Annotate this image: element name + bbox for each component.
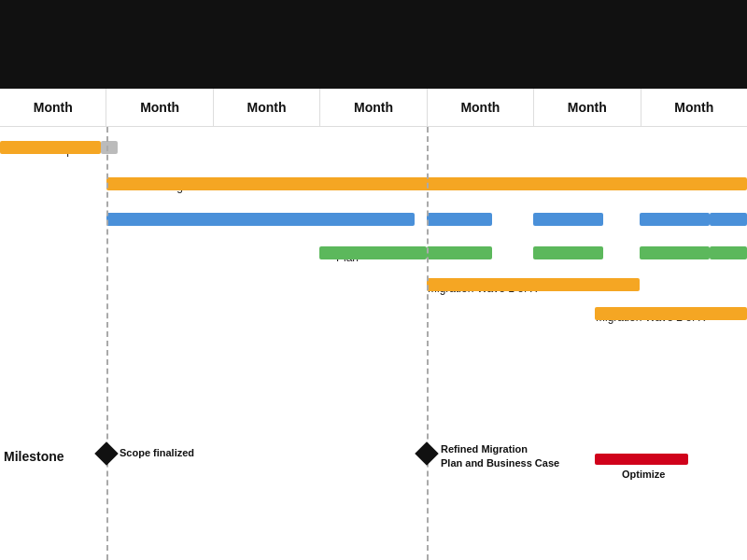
month-cell-6: Month: [533, 89, 640, 126]
milestone-section-label: Milestone: [4, 449, 64, 464]
milestone-diamond-1: [94, 441, 118, 465]
milestone-label-optimize: Optimize: [622, 469, 665, 480]
bar-assess-seg4: [710, 213, 747, 226]
gantt-container: Month Month Month Month Month Month Mont…: [0, 89, 747, 560]
bar-optimize-red: [595, 454, 688, 465]
bar-wave2: [595, 307, 747, 320]
top-bar: [0, 0, 747, 89]
month-cell-3: Month: [213, 89, 319, 126]
dashed-line-1: [106, 127, 108, 560]
bar-assess-main: [106, 213, 415, 226]
month-cell-5: Month: [427, 89, 533, 126]
bar-finalize-gray: [101, 141, 118, 154]
month-cell-4: Month: [319, 89, 426, 126]
chart-area: Finalize Scope Cloud Migration Assess Pl…: [0, 127, 747, 560]
dashed-line-2: [427, 127, 429, 560]
bar-plan-main: [319, 246, 427, 259]
bar-plan-seg3: [640, 246, 710, 259]
month-cell-1: Month: [0, 89, 106, 126]
milestone-diamond-2: [415, 441, 438, 465]
month-cell-2: Month: [106, 89, 212, 126]
bar-wave1: [427, 278, 640, 291]
bar-assess-seg2: [533, 213, 603, 226]
bar-plan-seg2: [533, 246, 603, 259]
bar-finalize-orange: [0, 141, 101, 154]
bar-plan-seg1: [427, 246, 492, 259]
milestone-label-1: Scope finalized: [120, 447, 194, 458]
bar-assess-seg3: [640, 213, 710, 226]
bar-assess-seg1: [427, 213, 492, 226]
milestone-label-2: Refined MigrationPlan and Business Case: [441, 442, 559, 471]
bar-plan-seg4: [710, 246, 747, 259]
month-header-row: Month Month Month Month Month Month Mont…: [0, 89, 747, 127]
month-cell-7: Month: [641, 89, 747, 126]
